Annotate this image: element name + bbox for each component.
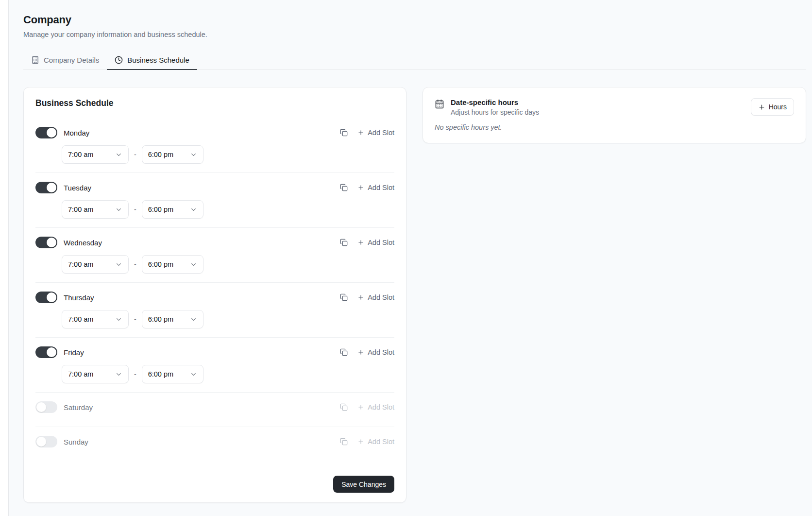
date-specific-subtitle: Adjust hours for specific days — [451, 108, 539, 116]
friday-start-time-select[interactable]: 7:00 am — [62, 365, 129, 383]
slot-separator: - — [134, 206, 136, 213]
day-label: Tuesday — [64, 184, 340, 192]
wednesday-add-slot-button[interactable]: Add Slot — [357, 239, 394, 246]
start-time-value: 7:00 am — [68, 315, 93, 323]
day-section-saturday: Saturday Add Slot — [35, 401, 394, 427]
plus-icon — [357, 184, 364, 191]
add-slot-label: Add Slot — [368, 184, 394, 191]
tuesday-copy-button[interactable] — [340, 184, 348, 191]
wednesday-start-time-select[interactable]: 7:00 am — [62, 255, 129, 274]
friday-toggle[interactable] — [35, 346, 57, 358]
monday-end-time-select[interactable]: 6:00 pm — [142, 145, 203, 164]
chevron-down-icon — [115, 206, 122, 213]
wednesday-toggle[interactable] — [35, 237, 57, 248]
monday-start-time-select[interactable]: 7:00 am — [62, 145, 129, 164]
date-specific-titles: Date-specific hours Adjust hours for spe… — [451, 98, 539, 116]
empty-state-text: No specific hours yet. — [435, 123, 794, 131]
toggle-knob — [47, 292, 56, 302]
toggle-knob — [47, 347, 56, 357]
end-time-value: 6:00 pm — [148, 206, 173, 213]
day-section-tuesday: Tuesday Add Slot 7:00 am — [35, 182, 394, 228]
toggle-knob — [47, 238, 56, 247]
day-label: Friday — [64, 348, 340, 357]
day-section-sunday: Sunday Add Slot — [35, 436, 394, 447]
time-slot-row: 7:00 am - 6:00 pm — [62, 255, 394, 274]
wednesday-copy-button[interactable] — [340, 239, 348, 246]
add-hours-label: Hours — [769, 103, 787, 111]
thursday-start-time-select[interactable]: 7:00 am — [62, 310, 129, 328]
day-header: Thursday Add Slot — [35, 292, 394, 303]
page-subtitle: Manage your company information and busi… — [23, 31, 806, 38]
end-time-value: 6:00 pm — [148, 370, 173, 378]
plus-icon — [357, 349, 364, 356]
copy-icon — [340, 239, 348, 246]
saturday-copy-button[interactable] — [340, 403, 348, 411]
thursday-add-slot-button[interactable]: Add Slot — [357, 293, 394, 301]
plus-icon — [357, 404, 364, 411]
copy-icon — [340, 293, 348, 301]
toggle-knob — [36, 402, 46, 412]
plus-icon — [758, 103, 765, 111]
tab-bar: Company Details Business Schedule — [23, 51, 806, 70]
slot-separator: - — [134, 260, 136, 268]
chevron-down-icon — [115, 371, 122, 378]
page-title: Company — [23, 14, 806, 26]
day-label: Monday — [64, 129, 340, 137]
tuesday-add-slot-button[interactable]: Add Slot — [357, 184, 394, 191]
add-hours-button[interactable]: Hours — [751, 98, 794, 116]
plus-icon — [357, 294, 364, 301]
tuesday-end-time-select[interactable]: 6:00 pm — [142, 200, 203, 219]
monday-copy-button[interactable] — [340, 129, 348, 137]
thursday-toggle[interactable] — [35, 292, 57, 303]
friday-end-time-select[interactable]: 6:00 pm — [142, 365, 203, 383]
business-schedule-card: Business Schedule Monday Add Slot — [23, 87, 406, 503]
day-section-wednesday: Wednesday Add Slot 7:00 am — [35, 237, 394, 283]
content-area: Business Schedule Monday Add Slot — [23, 87, 806, 503]
calendar-days-icon — [435, 99, 444, 109]
chevron-down-icon — [115, 316, 122, 323]
sunday-toggle[interactable] — [35, 436, 57, 447]
wednesday-end-time-select[interactable]: 6:00 pm — [142, 255, 203, 274]
thursday-end-time-select[interactable]: 6:00 pm — [142, 310, 203, 328]
chevron-down-icon — [190, 371, 197, 378]
day-header: Saturday Add Slot — [35, 401, 394, 413]
sunday-copy-button[interactable] — [340, 438, 348, 446]
end-time-value: 6:00 pm — [148, 315, 173, 323]
day-actions: Add Slot — [340, 129, 394, 137]
tab-company-details[interactable]: Company Details — [23, 51, 107, 70]
toggle-knob — [47, 128, 56, 138]
save-row: Save Changes — [35, 476, 394, 493]
copy-icon — [340, 403, 348, 411]
tuesday-start-time-select[interactable]: 7:00 am — [62, 200, 129, 219]
start-time-value: 7:00 am — [68, 260, 93, 268]
tab-label: Company Details — [44, 56, 99, 64]
start-time-value: 7:00 am — [68, 370, 93, 378]
day-label: Thursday — [64, 293, 340, 302]
sidebar-edge — [0, 0, 9, 516]
friday-add-slot-button[interactable]: Add Slot — [357, 348, 394, 356]
toggle-knob — [47, 183, 56, 192]
add-slot-label: Add Slot — [368, 438, 394, 446]
saturday-add-slot-button[interactable]: Add Slot — [357, 403, 394, 411]
chevron-down-icon — [190, 151, 197, 158]
tab-business-schedule[interactable]: Business Schedule — [107, 51, 197, 70]
copy-icon — [340, 184, 348, 191]
day-actions: Add Slot — [340, 293, 394, 301]
monday-toggle[interactable] — [35, 127, 57, 138]
day-actions: Add Slot — [340, 348, 394, 356]
monday-add-slot-button[interactable]: Add Slot — [357, 129, 394, 137]
day-section-thursday: Thursday Add Slot 7:00 am — [35, 292, 394, 338]
start-time-value: 7:00 am — [68, 151, 93, 158]
saturday-toggle[interactable] — [35, 401, 57, 413]
add-slot-label: Add Slot — [368, 403, 394, 411]
day-section-monday: Monday Add Slot 7:00 am — [35, 127, 394, 173]
chevron-down-icon — [190, 206, 197, 213]
save-changes-button[interactable]: Save Changes — [333, 476, 394, 493]
thursday-copy-button[interactable] — [340, 293, 348, 301]
day-section-friday: Friday Add Slot 7:00 am — [35, 346, 394, 393]
toggle-knob — [36, 437, 46, 447]
tuesday-toggle[interactable] — [35, 182, 57, 193]
sunday-add-slot-button[interactable]: Add Slot — [357, 438, 394, 446]
day-actions: Add Slot — [340, 184, 394, 191]
friday-copy-button[interactable] — [340, 348, 348, 356]
